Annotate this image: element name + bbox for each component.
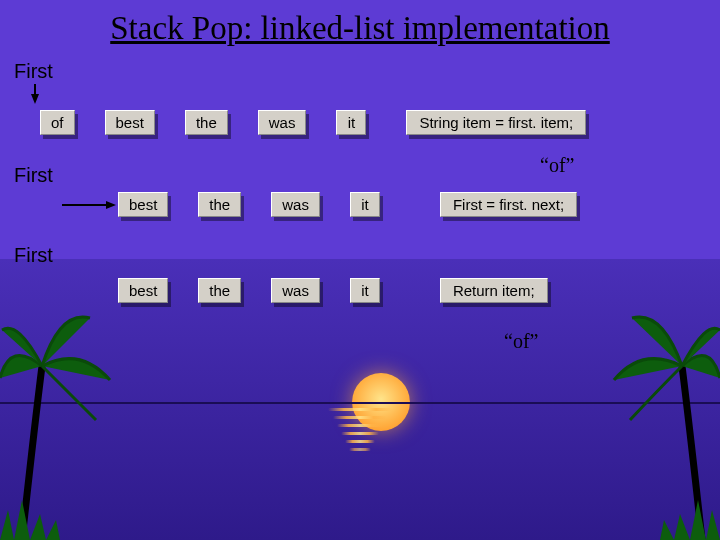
node-the: the: [198, 192, 241, 217]
node-it: it: [336, 110, 366, 135]
node-best: best: [118, 192, 168, 217]
node-it: it: [350, 278, 380, 303]
node-best: best: [118, 278, 168, 303]
grass-right-icon: [640, 490, 720, 540]
list-row-2: best the was it First = first. next;: [118, 192, 577, 217]
node-best: best: [105, 110, 155, 135]
first-pointer-label-3: First: [14, 244, 53, 267]
node-was: was: [271, 278, 320, 303]
node-the: the: [198, 278, 241, 303]
of-annotation-1: “of”: [540, 154, 574, 177]
palm-tree-left-icon: [0, 280, 130, 540]
of-annotation-2: “of”: [504, 330, 538, 353]
code-step-3: Return item;: [440, 278, 548, 303]
node-the: the: [185, 110, 228, 135]
first-pointer-label-1: First: [14, 60, 53, 83]
list-row-1: of best the was it String item = first. …: [40, 110, 586, 135]
palm-tree-right-icon: [590, 280, 720, 540]
node-was: was: [258, 110, 307, 135]
code-step-2: First = first. next;: [440, 192, 577, 217]
slide-title: Stack Pop: linked-list implementation: [0, 0, 720, 47]
node-it: it: [350, 192, 380, 217]
first-pointer-label-2: First: [14, 164, 53, 187]
code-step-1: String item = first. item;: [406, 110, 586, 135]
list-row-3: best the was it Return item;: [118, 278, 548, 303]
grass-left-icon: [0, 490, 80, 540]
node-was: was: [271, 192, 320, 217]
node-of: of: [40, 110, 75, 135]
